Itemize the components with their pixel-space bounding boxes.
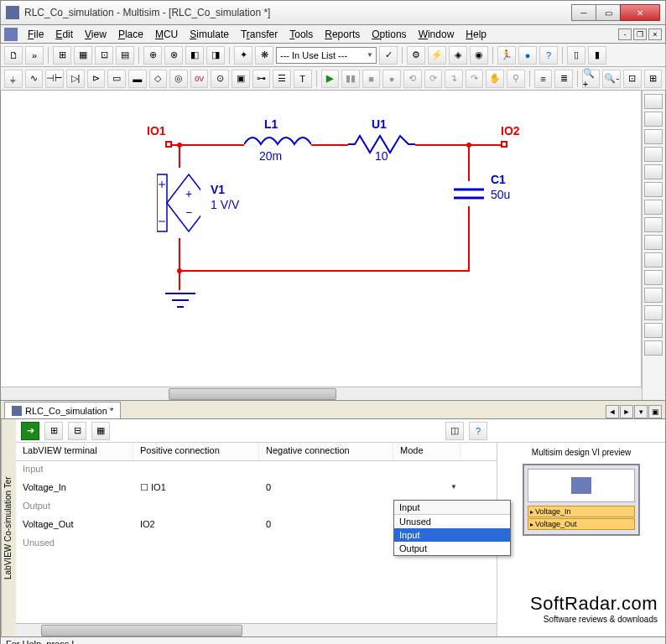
instr-2[interactable] [644,112,663,127]
t4-icon[interactable]: ◉ [470,46,488,65]
canvas-h-scrollbar[interactable] [1,387,642,400]
menu-place[interactable]: Place [113,27,148,42]
table-row[interactable]: Voltage_In ☐ IO1 0 ▼ [16,480,497,498]
menu-edit[interactable]: Edit [50,27,78,42]
close-button[interactable]: ✕ [620,4,660,21]
comp-icon[interactable]: ▣ [232,70,250,88]
ic2-icon[interactable]: ▬ [128,70,147,88]
instr-9[interactable] [644,235,663,250]
menu-transfer[interactable]: Transfer [236,27,283,42]
tool-icon[interactable]: ⊕ [143,46,162,65]
menu-tools[interactable]: Tools [284,27,318,42]
probe-icon[interactable]: ⚲ [507,70,525,88]
opt-unused[interactable]: Unused [394,515,510,528]
io1-node[interactable] [165,141,172,148]
menu-options[interactable]: Options [367,27,411,42]
wand-icon[interactable]: ✦ [234,46,252,65]
misc-icon[interactable]: ◇ [149,70,168,88]
src-icon[interactable]: ◎ [169,70,188,88]
ground-symbol[interactable] [165,290,195,310]
step-back-icon[interactable]: ⟲ [403,70,422,88]
ov-icon[interactable]: 0V [190,70,209,88]
menu-reports[interactable]: Reports [320,27,365,42]
list2-icon[interactable]: ≣ [554,70,573,88]
text-icon[interactable]: T [294,70,312,88]
resistor-icon[interactable]: ∿ [25,70,44,88]
globe-icon[interactable]: ● [518,46,537,65]
tool2-icon[interactable]: ⊗ [164,46,183,65]
view1-icon[interactable]: ▯ [567,46,585,65]
instr-11[interactable] [644,270,663,285]
menu-window[interactable]: Window [414,27,460,42]
menu-file[interactable]: File [23,27,49,42]
check-icon[interactable]: ✓ [379,46,398,65]
tab-rlc[interactable]: RLC_Co_simulation * [4,402,121,418]
zoom-sel-icon[interactable]: ⊞ [644,70,663,88]
t2-icon[interactable]: ⚡ [428,46,446,65]
spark-icon[interactable]: ❋ [255,46,273,65]
layout-icon[interactable]: ◫ [445,422,464,440]
t3-icon[interactable]: ◈ [449,46,467,65]
cosim-btn4[interactable]: ▦ [91,422,110,440]
grid3-icon[interactable]: ⊡ [95,46,113,65]
tool4-icon[interactable]: ◨ [206,46,225,65]
zoom-in-icon[interactable]: 🔍+ [582,70,601,88]
col-terminal[interactable]: LabVIEW terminal [16,443,133,460]
capacitor-symbol[interactable] [454,181,484,206]
cosim-btn3[interactable]: ⊟ [68,422,86,440]
menu-help[interactable]: Help [460,27,492,42]
cosim-vtab[interactable]: LabVIEW Co-simulation Ter [1,419,16,636]
io2-node[interactable] [501,141,507,148]
conn-icon[interactable]: ⊶ [252,70,271,88]
step-fwd-icon[interactable]: ⟳ [424,70,443,88]
instr-15[interactable] [644,340,663,356]
menu-mcu[interactable]: MCU [150,27,183,42]
grid-icon[interactable]: ⊞ [53,46,71,65]
go-button[interactable]: ➔ [21,422,39,440]
menu-simulate[interactable]: Simulate [185,27,234,42]
tab-dock[interactable]: ▣ [648,405,662,418]
instr-6[interactable] [644,182,663,197]
col-positive[interactable]: Positive connection [133,443,259,460]
pause-button[interactable]: ▮▮ [341,70,360,88]
instr-5[interactable] [644,164,663,179]
ic-icon[interactable]: ▭ [107,70,126,88]
instr-7[interactable] [644,200,663,215]
cosim-btn2[interactable]: ⊞ [44,422,63,440]
instr-13[interactable] [644,305,663,320]
ground-icon[interactable]: ⏚ [4,70,23,88]
view2-icon[interactable]: ▮ [588,46,606,65]
new-doc-icon[interactable]: 🗋 [4,46,23,65]
grid4-icon[interactable]: ▤ [116,46,134,65]
step-over-icon[interactable]: ↷ [466,70,484,88]
bus-icon[interactable]: ☰ [273,70,291,88]
maximize-button[interactable]: ▭ [596,4,621,21]
mode-cell[interactable]: ▼ [393,480,460,498]
cap-icon[interactable]: ⊣⊢ [45,70,64,88]
col-negative[interactable]: Negative connection [259,443,393,460]
table-h-scrollbar[interactable] [16,623,497,636]
instr-14[interactable] [644,323,663,338]
mdi-restore[interactable]: ❐ [633,29,647,40]
in-use-list-combo[interactable]: --- In Use List --- [276,47,377,64]
mdi-close[interactable]: × [648,29,662,40]
tab-menu[interactable]: ▾ [634,405,648,418]
instr-10[interactable] [644,252,663,267]
opt-input[interactable]: Input [394,528,510,542]
hand-icon[interactable]: ✋ [486,70,504,88]
meter-icon[interactable]: ⊙ [211,70,229,88]
vi-box[interactable]: ▸Voltage_In ▸Voltage_Out [523,464,640,536]
tab-next[interactable]: ► [620,405,633,418]
grid2-icon[interactable]: ▦ [74,46,92,65]
minimize-button[interactable]: ─ [571,4,596,21]
schematic-canvas[interactable]: IO1 IO2 L1 20m U1 10 [1,91,642,387]
instr-8[interactable] [644,217,663,232]
instr-4[interactable] [644,147,663,162]
col-mode[interactable]: Mode [393,443,460,460]
zoom-out-icon[interactable]: 🔍- [602,70,621,88]
stop-button[interactable]: ■ [362,70,381,88]
info-icon[interactable]: ? [469,422,487,440]
transistor-icon[interactable]: ⊳ [87,70,106,88]
list1-icon[interactable]: ≡ [534,70,553,88]
opt-output[interactable]: Output [394,542,510,555]
